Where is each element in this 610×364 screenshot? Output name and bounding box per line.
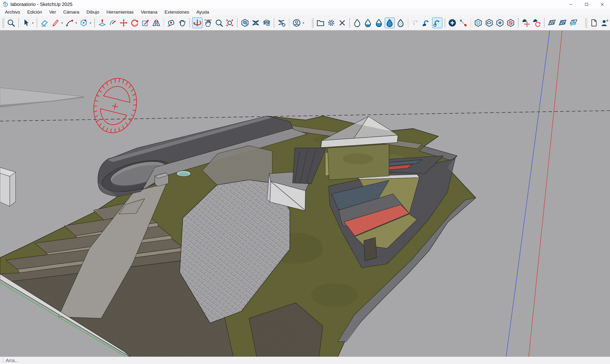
- extension-warehouse-tool-button[interactable]: [250, 17, 261, 28]
- viewport-canvas[interactable]: [0, 30, 610, 357]
- add-plus-tool-button[interactable]: [447, 17, 457, 28]
- magnet-cloud-icon: [422, 18, 431, 27]
- shapes-dropdown-arrow[interactable]: ▾: [89, 21, 92, 25]
- scale-icon: [141, 18, 150, 27]
- construction-line-icon: [459, 18, 468, 27]
- rotate-tool-button[interactable]: [130, 17, 140, 28]
- folder-tool-button[interactable]: [315, 17, 325, 28]
- sandbox-smoove-icon: [569, 18, 578, 27]
- toolbar-separator: [445, 18, 445, 28]
- droplet-half-tool-button[interactable]: [374, 17, 384, 28]
- move-icon: [119, 18, 128, 27]
- magnet-plain-tool-button[interactable]: [410, 17, 421, 28]
- settings-gear-tool-button[interactable]: [326, 17, 336, 28]
- push-pull-tool-button[interactable]: [97, 17, 107, 28]
- magnet-model-tool-button[interactable]: [432, 17, 442, 28]
- select-tool-button[interactable]: [21, 17, 31, 28]
- arc-tool-button[interactable]: [64, 17, 75, 28]
- menu-item-ver[interactable]: Ver: [46, 9, 60, 16]
- toolbar-grip[interactable]: [2, 18, 4, 28]
- zoom-extents-tool-button[interactable]: [225, 17, 235, 28]
- pan-icon: [204, 18, 213, 27]
- share-model-tool-button[interactable]: [261, 17, 272, 28]
- magnet-model-icon: [433, 18, 442, 27]
- maximize-button[interactable]: [579, 0, 594, 9]
- close-x-tool-button[interactable]: [337, 17, 347, 28]
- droplet-full-tool-button[interactable]: [385, 17, 395, 28]
- menu-item-camara[interactable]: Cámara: [60, 9, 83, 16]
- pan-tool-button[interactable]: [203, 17, 213, 28]
- settings-gear-icon: [327, 18, 336, 27]
- sandbox-contours-tool-button[interactable]: [547, 17, 557, 28]
- window-title: laboraatorio - SketchUp 2025: [11, 2, 72, 7]
- droplet-low-tool-button[interactable]: [363, 17, 373, 28]
- menu-item-ventana[interactable]: Ventana: [137, 9, 161, 16]
- orbit-icon: [193, 18, 202, 27]
- cloud-move-tool-button[interactable]: [521, 17, 531, 28]
- flip-tool-button[interactable]: [151, 17, 161, 28]
- line-pencil-dropdown-arrow[interactable]: ▾: [60, 21, 64, 25]
- new-file-icon: [589, 18, 598, 27]
- menu-item-archivo[interactable]: Archivo: [1, 9, 24, 16]
- toolbar-separator: [94, 18, 95, 28]
- menu-item-extensiones[interactable]: Extensiones: [161, 9, 193, 16]
- cloud-rotate-icon: [532, 18, 541, 27]
- droplet-hatched-tool-button[interactable]: [395, 17, 405, 28]
- hex-model-icon: [495, 18, 505, 27]
- menu-item-ayuda[interactable]: Ayuda: [193, 9, 213, 16]
- add-plus-icon: [448, 18, 457, 27]
- droplet-empty-tool-button[interactable]: [352, 17, 362, 28]
- close-x-icon: [338, 18, 347, 27]
- droplet-half-icon: [374, 18, 383, 27]
- viewport[interactable]: [0, 30, 610, 357]
- hex-square-tool-button[interactable]: [473, 17, 483, 28]
- follow-me-tool-button[interactable]: [108, 17, 118, 28]
- toolbar-gap: [579, 16, 584, 30]
- construction-line-tool-button[interactable]: [458, 17, 468, 28]
- arc-dropdown-arrow[interactable]: ▾: [74, 21, 78, 25]
- toolbar-grip[interactable]: [585, 18, 587, 28]
- flip-icon: [152, 18, 161, 27]
- sandbox-scratch-tool-button[interactable]: [557, 17, 568, 28]
- extension-manager-tool-button[interactable]: [276, 17, 287, 28]
- zoom-tool-button[interactable]: [214, 17, 224, 28]
- warehouse-3d-tool-button[interactable]: [240, 17, 250, 28]
- select-dropdown-arrow[interactable]: ▾: [31, 21, 35, 25]
- close-button[interactable]: [594, 0, 610, 9]
- orbit-tool-button[interactable]: [192, 17, 202, 28]
- menu-item-herramientas[interactable]: Herramientas: [103, 9, 137, 16]
- menu-item-dibujo[interactable]: Dibujo: [83, 9, 103, 16]
- title-bar: laboraatorio - SketchUp 2025: [0, 0, 610, 9]
- sketchup-window: laboraatorio - SketchUp 2025 ArchivoEdic…: [0, 0, 610, 364]
- cloud-rotate-tool-button[interactable]: [532, 17, 542, 28]
- hex-cloud-icon: [485, 18, 494, 27]
- droplet-low-icon: [363, 18, 372, 27]
- hex-blocked-tool-button[interactable]: [506, 17, 516, 28]
- scale-tool-button[interactable]: [140, 17, 151, 28]
- tape-measure-tool-button[interactable]: [166, 17, 176, 28]
- warehouse-3d-icon: [240, 18, 249, 27]
- magnet-cloud-tool-button[interactable]: [421, 17, 431, 28]
- sandbox-smoove-tool-button[interactable]: [568, 17, 579, 28]
- toolbar-separator: [237, 18, 238, 28]
- toolbar-grip[interactable]: [312, 18, 314, 28]
- toolbar-separator: [164, 18, 164, 28]
- eraser-tool-button[interactable]: [39, 17, 50, 28]
- add-person-tool-button[interactable]: [599, 17, 610, 28]
- move-tool-button[interactable]: [119, 17, 129, 28]
- hex-model-tool-button[interactable]: [495, 17, 505, 28]
- new-file-tool-button[interactable]: [589, 17, 599, 28]
- line-pencil-tool-button[interactable]: [50, 17, 61, 28]
- search-tool-button[interactable]: [6, 17, 16, 28]
- menu-item-edicion[interactable]: Edición: [24, 9, 46, 16]
- hex-cloud-tool-button[interactable]: [484, 17, 494, 28]
- shapes-tool-button[interactable]: [79, 17, 89, 28]
- droplet-empty-icon: [353, 18, 362, 27]
- account-tool-button[interactable]: [291, 17, 302, 28]
- toolbar-separator: [274, 18, 274, 28]
- droplet-hatched-icon: [396, 18, 405, 27]
- sandbox-scratch-icon: [558, 18, 567, 27]
- paint-bucket-tool-button[interactable]: [177, 17, 187, 28]
- minimize-button[interactable]: [563, 0, 579, 9]
- account-dropdown-arrow[interactable]: ▾: [302, 21, 305, 25]
